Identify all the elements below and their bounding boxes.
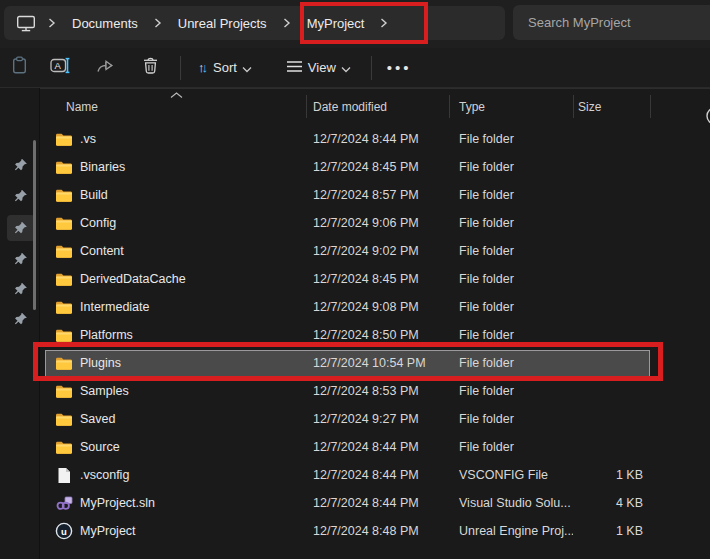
pin-icon[interactable]: [14, 189, 28, 203]
file-row[interactable]: Binaries 12/7/2024 8:45 PM File folder: [40, 153, 710, 181]
ellipsis-icon: •••: [379, 59, 420, 76]
search-placeholder: Search MyProject: [513, 15, 631, 30]
file-date-modified: 12/7/2024 8:44 PM: [306, 468, 449, 482]
column-header-name[interactable]: Name: [66, 100, 98, 114]
file-row[interactable]: MyProject.sln 12/7/2024 8:44 PM Visual S…: [40, 489, 710, 517]
column-divider[interactable]: [573, 95, 574, 118]
file-type: File folder: [449, 384, 573, 398]
chevron-down-icon: [242, 59, 252, 77]
svg-text:A: A: [55, 60, 62, 71]
column-divider[interactable]: [306, 95, 307, 118]
file-date-modified: 12/7/2024 8:44 PM: [306, 440, 449, 454]
svg-text:u: u: [61, 526, 67, 537]
toolbar-separator: [371, 56, 372, 80]
nav-scrollbar[interactable]: [33, 140, 36, 310]
file-date-modified: 12/7/2024 8:57 PM: [306, 188, 449, 202]
folder-icon: [55, 328, 73, 343]
file-name: Saved: [80, 412, 115, 426]
search-input[interactable]: Search MyProject: [513, 5, 710, 40]
file-row[interactable]: Content 12/7/2024 9:02 PM File folder: [40, 237, 710, 265]
file-date-modified: 12/7/2024 8:48 PM: [306, 524, 449, 538]
folder-icon: [55, 244, 73, 259]
file-icon: [55, 467, 73, 484]
file-type: File folder: [449, 188, 573, 202]
file-name: DerivedDataCache: [80, 272, 186, 286]
folder-icon: [55, 132, 73, 147]
paste-button[interactable]: [0, 51, 38, 85]
breadcrumb-unreal-projects[interactable]: Unreal Projects: [174, 12, 271, 35]
folder-icon: [55, 356, 73, 371]
view-label: View: [308, 60, 336, 75]
file-name: Plugins: [80, 356, 121, 370]
pin-icon[interactable]: [14, 252, 28, 266]
paste-icon: [11, 56, 28, 79]
file-type: File folder: [449, 272, 573, 286]
rename-button[interactable]: A: [38, 51, 83, 85]
file-name: Source: [80, 440, 120, 454]
sort-label: Sort: [213, 60, 237, 75]
rename-icon: A: [50, 57, 71, 78]
file-row[interactable]: .vs 12/7/2024 8:44 PM File folder: [40, 125, 710, 153]
delete-button[interactable]: [128, 51, 173, 85]
share-button[interactable]: [83, 51, 128, 85]
file-date-modified: 12/7/2024 9:06 PM: [306, 216, 449, 230]
column-header-date-modified[interactable]: Date modified: [313, 100, 387, 114]
file-name: Intermediate: [80, 300, 149, 314]
file-date-modified: 12/7/2024 9:02 PM: [306, 244, 449, 258]
file-type: File folder: [449, 328, 573, 342]
file-row[interactable]: Source 12/7/2024 8:44 PM File folder: [40, 433, 710, 461]
folder-icon: [55, 188, 73, 203]
toolbar-separator: [180, 56, 181, 80]
file-row[interactable]: Samples 12/7/2024 8:53 PM File folder: [40, 377, 710, 405]
file-date-modified: 12/7/2024 10:54 PM: [306, 356, 449, 370]
file-row[interactable]: u MyProject 12/7/2024 8:48 PM Unreal Eng…: [40, 517, 710, 545]
sort-button[interactable]: ↑↓ Sort: [188, 51, 262, 85]
pin-icon[interactable]: [14, 158, 28, 172]
sort-arrows-icon: ↑↓: [198, 60, 208, 75]
file-type: File folder: [449, 300, 573, 314]
folder-icon: [55, 300, 73, 315]
file-type: File folder: [449, 412, 573, 426]
column-divider[interactable]: [650, 95, 651, 118]
file-row[interactable]: .vsconfig 12/7/2024 8:44 PM VSCONFIG Fil…: [40, 461, 710, 489]
file-row-selected[interactable]: Plugins 12/7/2024 10:54 PM File folder: [40, 349, 710, 377]
pin-icon[interactable]: [14, 282, 28, 296]
column-divider[interactable]: [449, 95, 450, 118]
file-type: Unreal Engine Proj...: [449, 524, 573, 538]
pin-icon[interactable]: [14, 312, 28, 326]
file-type: File folder: [449, 356, 573, 370]
file-row[interactable]: Intermediate 12/7/2024 9:08 PM File fold…: [40, 293, 710, 321]
file-name: Config: [80, 216, 116, 230]
breadcrumb-documents[interactable]: Documents: [68, 12, 142, 35]
address-bar[interactable]: Documents Unreal Projects MyProject: [4, 6, 505, 40]
toolbar-icon-group: A: [0, 51, 173, 85]
column-header-size[interactable]: Size: [578, 100, 601, 114]
file-date-modified: 12/7/2024 9:08 PM: [306, 300, 449, 314]
file-row[interactable]: Build 12/7/2024 8:57 PM File folder: [40, 181, 710, 209]
view-button[interactable]: View: [276, 51, 361, 85]
breadcrumb-myproject[interactable]: MyProject: [303, 12, 369, 35]
pin-icon[interactable]: [14, 221, 28, 235]
file-row[interactable]: Platforms 12/7/2024 8:50 PM File folder: [40, 321, 710, 349]
file-size: 1 KB: [573, 524, 651, 538]
file-date-modified: 12/7/2024 8:50 PM: [306, 328, 449, 342]
file-name: Samples: [80, 384, 129, 398]
file-date-modified: 12/7/2024 9:27 PM: [306, 412, 449, 426]
folder-icon: [55, 216, 73, 231]
column-header-type[interactable]: Type: [459, 100, 485, 114]
file-name: .vsconfig: [80, 468, 129, 482]
chevron-right-icon[interactable]: [380, 18, 388, 28]
file-row[interactable]: DerivedDataCache 12/7/2024 8:45 PM File …: [40, 265, 710, 293]
file-row[interactable]: Saved 12/7/2024 9:27 PM File folder: [40, 405, 710, 433]
file-name: .vs: [80, 132, 96, 146]
file-name: Binaries: [80, 160, 125, 174]
header-top-border: [40, 88, 710, 89]
file-row[interactable]: Config 12/7/2024 9:06 PM File folder: [40, 209, 710, 237]
this-pc-monitor-icon[interactable]: [16, 15, 36, 32]
folder-icon: [55, 272, 73, 287]
file-name: Build: [80, 188, 108, 202]
file-name: MyProject.sln: [80, 496, 155, 510]
more-options-button[interactable]: •••: [379, 51, 420, 85]
file-date-modified: 12/7/2024 8:45 PM: [306, 272, 449, 286]
file-type: File folder: [449, 244, 573, 258]
